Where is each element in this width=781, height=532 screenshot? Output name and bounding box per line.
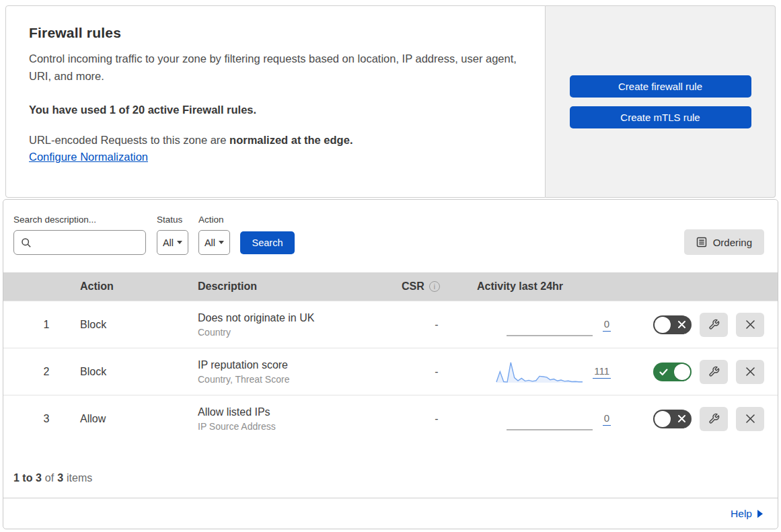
enable-toggle[interactable] bbox=[653, 315, 692, 334]
pagination-summary: 1 to 3 of 3 items bbox=[3, 448, 778, 498]
enable-toggle[interactable] bbox=[653, 363, 692, 381]
normalization-bold: normalized at the edge. bbox=[229, 134, 352, 146]
rule-fields: Country, Threat Score bbox=[198, 374, 396, 385]
ordering-label: Ordering bbox=[713, 237, 752, 248]
rules-card: Search description... Status All Action … bbox=[3, 199, 778, 529]
summary-range: 1 to 3 bbox=[13, 472, 42, 484]
column-action: Action bbox=[80, 280, 198, 293]
toggle-knob bbox=[655, 411, 671, 427]
search-button[interactable]: Search bbox=[240, 231, 295, 254]
activity-sparkline bbox=[496, 359, 583, 385]
rule-action: Block bbox=[80, 319, 198, 331]
create-mtls-rule-button[interactable]: Create mTLS rule bbox=[570, 106, 751, 128]
edit-rule-button[interactable] bbox=[700, 360, 728, 384]
ordering-button[interactable]: Ordering bbox=[684, 229, 764, 255]
chevron-down-icon bbox=[219, 241, 224, 244]
rule-controls bbox=[635, 360, 768, 384]
wrench-icon bbox=[708, 319, 720, 330]
ordering-list-icon bbox=[696, 237, 707, 248]
filter-bar: Search description... Status All Action … bbox=[3, 200, 778, 272]
activity-count-link[interactable]: 111 bbox=[593, 365, 611, 379]
configure-normalization-link[interactable]: Configure Normalization bbox=[29, 151, 148, 163]
rule-description-cell: Allow listed IPs IP Source Address bbox=[198, 406, 396, 432]
help-link[interactable]: Help bbox=[731, 508, 752, 520]
check-icon bbox=[659, 368, 668, 378]
table-row: 3 Allow Allow listed IPs IP Source Addre… bbox=[3, 395, 778, 442]
table-row: 2 Block IP reputation score Country, Thr… bbox=[3, 348, 778, 395]
column-csr: CSR i bbox=[396, 280, 477, 293]
summary-total: 3 bbox=[57, 472, 63, 484]
rule-csr-value: - bbox=[396, 366, 477, 378]
edit-rule-button[interactable] bbox=[700, 407, 728, 431]
rule-action: Allow bbox=[80, 413, 198, 425]
close-icon bbox=[745, 414, 755, 424]
create-firewall-rule-button[interactable]: Create firewall rule bbox=[570, 75, 751, 98]
page-header-section: Firewall rules Control incoming traffic … bbox=[5, 5, 776, 198]
search-input-wrapper bbox=[13, 230, 146, 255]
delete-rule-button[interactable] bbox=[736, 407, 764, 431]
close-icon bbox=[745, 319, 755, 330]
activity-count-link[interactable]: 0 bbox=[603, 318, 611, 332]
intro-panel: Firewall rules Control incoming traffic … bbox=[5, 5, 546, 198]
x-icon bbox=[677, 320, 686, 331]
status-dropdown[interactable]: All bbox=[157, 230, 188, 255]
rule-description-cell: IP reputation score Country, Threat Scor… bbox=[198, 359, 396, 385]
rule-activity-cell: 0 bbox=[477, 312, 635, 338]
rule-controls bbox=[635, 407, 768, 431]
normalization-text: URL-encoded Requests to this zone are bbox=[29, 134, 229, 146]
rule-priority: 3 bbox=[13, 413, 80, 425]
rule-fields: Country bbox=[198, 327, 396, 338]
toggle-knob bbox=[655, 317, 671, 333]
rule-controls bbox=[635, 313, 768, 337]
action-dropdown[interactable]: All bbox=[198, 230, 230, 255]
x-icon bbox=[677, 414, 686, 425]
table-header: Action Description CSR i Activity last 2… bbox=[3, 272, 778, 301]
rule-activity-cell: 111 bbox=[477, 359, 635, 385]
usage-summary: You have used 1 of 20 active Firewall ru… bbox=[29, 104, 518, 116]
help-row: Help bbox=[3, 498, 778, 529]
column-activity: Activity last 24hr bbox=[477, 280, 635, 293]
delete-rule-button[interactable] bbox=[736, 360, 764, 384]
rule-csr-value: - bbox=[396, 319, 477, 331]
rule-activity-cell: 0 bbox=[477, 406, 635, 432]
csr-label: CSR bbox=[402, 280, 424, 293]
chevron-down-icon bbox=[177, 241, 182, 244]
enable-toggle[interactable] bbox=[653, 410, 692, 428]
close-icon bbox=[745, 367, 755, 377]
rule-priority: 2 bbox=[13, 366, 80, 378]
edit-rule-button[interactable] bbox=[700, 313, 728, 337]
wrench-icon bbox=[708, 366, 720, 377]
activity-sparkline bbox=[506, 312, 593, 338]
rule-action: Block bbox=[80, 366, 198, 378]
wrench-icon bbox=[708, 413, 720, 424]
table-row: 1 Block Does not originate in UK Country… bbox=[3, 301, 778, 348]
status-value: All bbox=[163, 237, 174, 248]
activity-sparkline bbox=[506, 406, 593, 432]
normalization-note: URL-encoded Requests to this zone are no… bbox=[29, 134, 518, 147]
status-filter-group: Status All bbox=[157, 215, 188, 255]
toggle-knob bbox=[674, 364, 690, 380]
actions-panel: Create firewall rule Create mTLS rule bbox=[546, 5, 776, 198]
status-label: Status bbox=[157, 215, 188, 225]
activity-count-link[interactable]: 0 bbox=[603, 412, 611, 426]
rule-description: IP reputation score bbox=[198, 359, 396, 371]
summary-of: of bbox=[45, 472, 54, 484]
action-label: Action bbox=[198, 215, 230, 225]
action-filter-group: Action All bbox=[198, 215, 230, 255]
rule-description-cell: Does not originate in UK Country bbox=[198, 312, 396, 338]
search-input[interactable] bbox=[32, 231, 153, 254]
delete-rule-button[interactable] bbox=[736, 313, 764, 337]
page-description: Control incoming traffic to your zone by… bbox=[29, 50, 517, 85]
rule-description: Allow listed IPs bbox=[198, 406, 396, 418]
rule-csr-value: - bbox=[396, 413, 477, 425]
page-title: Firewall rules bbox=[29, 25, 518, 41]
summary-items: items bbox=[67, 472, 92, 484]
rule-priority: 1 bbox=[13, 319, 80, 331]
column-description: Description bbox=[198, 280, 396, 293]
search-group: Search description... bbox=[13, 215, 146, 255]
rule-description: Does not originate in UK bbox=[198, 312, 396, 324]
action-value: All bbox=[204, 237, 215, 248]
search-icon bbox=[21, 237, 32, 248]
info-icon[interactable]: i bbox=[429, 281, 440, 292]
rule-fields: IP Source Address bbox=[198, 421, 396, 432]
